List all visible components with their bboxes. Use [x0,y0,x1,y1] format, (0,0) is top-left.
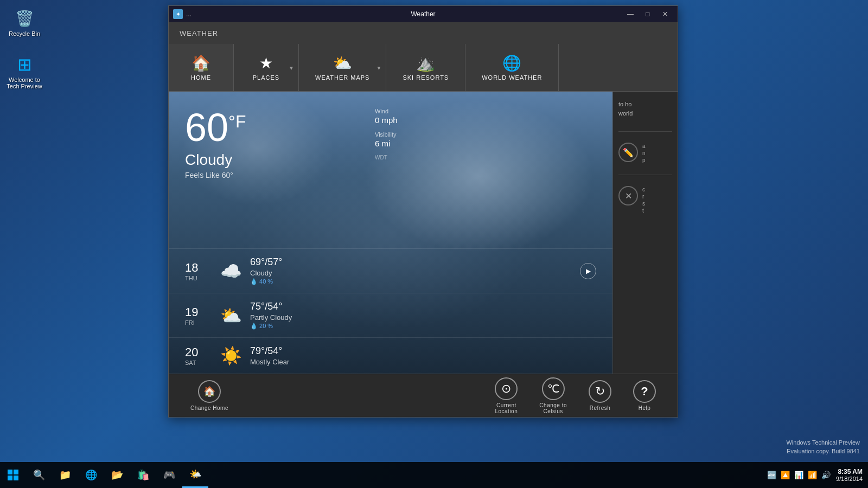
nav-ski-resorts[interactable]: ⛰️ SKI RESORTS [386,44,465,91]
taskbar-ie[interactable]: 🌐 [78,462,104,488]
edit-circle-button[interactable]: ✏️ [618,143,638,162]
remove-circle-button[interactable]: ✕ [618,186,638,206]
nav-weather-maps-label: WEATHER MAPS [315,74,369,81]
nav-places-label: PLACES [253,74,279,81]
taskbar-weather[interactable]: 🌤️ [182,462,208,488]
welcome-icon[interactable]: ⊞ Welcome to Tech Preview [3,52,46,92]
clock-time: 8:35 AM [836,468,863,476]
current-location-button[interactable]: ⊙ CurrentLocation [484,377,528,414]
current-location-label: CurrentLocation [495,402,518,414]
change-home-label: Change Home [190,405,228,411]
sidebar-divider-1 [618,131,672,132]
main-content: 60°F Cloudy Feels Like 60° Wind 0 mph Vi… [169,92,678,374]
recycle-bin-icon[interactable]: 🗑️ Recycle Bin [3,5,46,39]
nav-weather-maps[interactable]: ⛅ WEATHER MAPS ▼ [299,44,386,91]
nav-home-label: HOME [191,74,211,81]
wind-label: Wind [375,108,398,114]
forecast-temps-fri: 75°/54° [250,301,596,312]
app-icon: ✦ [173,9,183,19]
start-button[interactable] [0,462,26,488]
forecast-icon-thu: ☁️ [212,261,250,281]
sidebar-edit-action[interactable]: ✏️ anp [618,143,672,164]
refresh-label: Refresh [590,405,611,411]
celsius-button[interactable]: ℃ Change toCelsius [528,377,578,414]
welcome-label: Welcome to Tech Preview [7,76,42,89]
keyboard-icon: 🔤 [767,471,776,479]
change-home-icon: 🏠 [198,380,221,403]
search-button[interactable]: 🔍 [26,462,52,488]
ski-resorts-icon: ⛰️ [416,54,435,72]
day-num-fri: 19 [185,305,212,319]
forecast-date-fri: 19 FRI [185,305,212,326]
help-button[interactable]: ? Help [622,380,667,411]
home-icon: 🏠 [192,54,210,72]
taskbar-sys-area: 🔤 🔼 📊 📶 🔊 8:35 AM 9/18/2014 [767,468,868,482]
day-name-fri: FRI [185,319,212,326]
current-location-icon: ⊙ [495,377,518,400]
forecast-row-fri: 19 FRI ⛅ 75°/54° Partly Cloudy 💧 20 % [169,293,612,337]
minimize-button[interactable]: — [622,8,639,20]
window-title: Weather [411,10,435,18]
celsius-label: Change toCelsius [539,402,567,414]
eval-line2: Evaluation copy. Build 9841 [786,447,860,455]
forecast-precip-thu: 💧 40 % [250,278,580,285]
taskbar: 🔍 📁 🌐 📂 🛍️ 🎮 🌤️ 🔤 🔼 📊 📶 🔊 8:35 AM 9/18/2… [0,462,868,488]
change-home-button[interactable]: 🏠 Change Home [180,380,239,411]
weather-stats: Wind 0 mph Visibility 6 mi WDT [375,108,398,160]
sidebar-text: to howorld [618,100,672,118]
nav-places[interactable]: ★ PLACES ▼ [234,44,299,91]
visibility-label: Visibility [375,131,398,138]
temp-unit: °F [228,112,246,131]
day-name-thu: THU [185,275,212,281]
sidebar-remove-action[interactable]: ✕ crst [618,186,672,214]
nav-world-weather-label: WORLD WEATHER [482,74,542,81]
forecast-condition-fri: Partly Cloudy [250,313,596,322]
forecast-condition-sat: Mostly Clear [250,358,596,366]
taskbar-clock[interactable]: 8:35 AM 9/18/2014 [836,468,863,482]
app-header: WEATHER [169,22,678,44]
refresh-button[interactable]: ↻ Refresh [578,380,622,411]
close-button[interactable]: ✕ [657,8,673,20]
feels-like: Feels Like 60° [185,171,596,179]
forecast-info-thu: 69°/57° Cloudy 💧 40 % [250,256,580,285]
forecast-row-thu: 18 THU ☁️ 69°/57° Cloudy 💧 40 % ▶ [169,248,612,293]
svg-rect-1 [14,470,18,474]
forecast-icon-sat: ☀️ [212,345,250,366]
places-icon: ★ [259,54,273,72]
celsius-icon: ℃ [542,377,565,400]
forecast-info-fri: 75°/54° Partly Cloudy 💧 20 % [250,301,596,330]
forecast-date-thu: 18 THU [185,261,212,281]
day-name-sat: SAT [185,359,212,366]
forecast-precip-fri: 💧 20 % [250,323,596,330]
taskbar-file-explorer[interactable]: 📁 [52,462,78,488]
arrow-icon: 🔼 [781,471,790,479]
places-dropdown-icon: ▼ [289,65,294,70]
taskbar-xbox[interactable]: 🎮 [156,462,182,488]
temp-value: 60 [185,106,228,149]
forecast-row-sat: 20 SAT ☀️ 79°/54° Mostly Clear [169,337,612,374]
forecast-play-thu[interactable]: ▶ [580,263,596,279]
nav-bar: 🏠 HOME ★ PLACES ▼ ⛅ WEATHER MAPS ▼ ⛰️ SK… [169,44,678,92]
forecast-section: 18 THU ☁️ 69°/57° Cloudy 💧 40 % ▶ 19 [169,248,612,374]
taskbar-store[interactable]: 🛍️ [130,462,156,488]
restore-button[interactable]: □ [640,8,656,20]
nav-world-weather[interactable]: 🌐 WORLD WEATHER [465,44,559,91]
signal-icon: 📊 [794,471,803,479]
forecast-icon-fri: ⛅ [212,305,250,326]
forecast-condition-thu: Cloudy [250,269,580,277]
forecast-date-sat: 20 SAT [185,345,212,366]
taskbar-explorer2[interactable]: 📂 [104,462,130,488]
weather-maps-dropdown-icon: ▼ [376,65,382,70]
nav-home[interactable]: 🏠 HOME [169,44,234,91]
right-sidebar: to howorld ✏️ anp ✕ crst [612,92,678,374]
window-titlebar: ✦ ... Weather — □ ✕ [169,6,678,22]
forecast-info-sat: 79°/54° Mostly Clear [250,345,596,366]
app-header-title: WEATHER [180,29,218,37]
svg-rect-0 [8,470,12,474]
eval-text: Windows Technical Preview Evaluation cop… [786,439,860,455]
help-label: Help [639,405,651,411]
wind-value: 0 mph [375,115,398,125]
visibility-value: 6 mi [375,139,398,148]
forecast-temps-sat: 79°/54° [250,345,596,357]
remove-action-text: crst [642,186,645,214]
